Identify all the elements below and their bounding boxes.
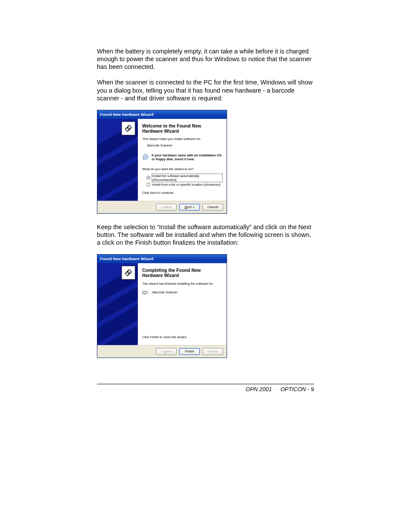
- back-button-2: < Back: [156, 348, 177, 355]
- finish-button[interactable]: Finish: [179, 348, 200, 355]
- page-footer: OPN 2001 OPTICON - 9: [97, 386, 314, 392]
- footer-brand-text: OPTICON: [280, 386, 306, 392]
- footer-rule: [97, 384, 314, 384]
- wizard-continue-text: Click Next to continue.: [142, 191, 222, 195]
- wizard2-closing: Click Finish to close the wizard.: [142, 335, 222, 339]
- wizard2-device-name: Barcode Scanner: [153, 290, 177, 294]
- radio-install-list[interactable]: Install from a list or specific location…: [146, 183, 222, 187]
- wizard2-body: Completing the Found New Hardware Wizard…: [97, 263, 227, 345]
- wizard-heading: Welcome to the Found New Hardware Wizard: [142, 123, 222, 134]
- next-button-rest: ext >: [187, 205, 195, 209]
- back-button: < Back: [156, 204, 177, 211]
- wizard-button-bar: < Back Next > Cancel: [97, 201, 227, 213]
- wizard-options: Install the software automatically (Reco…: [146, 174, 222, 187]
- next-button[interactable]: Next >: [179, 204, 200, 211]
- radio-selected-icon: [146, 176, 150, 180]
- wizard-complete-dialog: Found New Hardware Wizard Completing the…: [97, 254, 227, 358]
- wizard-titlebar: Found New Hardware Wizard: [97, 110, 227, 119]
- wizard-device-name: Barcode Scanner: [147, 143, 222, 147]
- radio-unselected-icon: [146, 183, 150, 187]
- wizard-sidebar-graphic: [97, 119, 138, 201]
- paragraph-keep-selection: Keep the selection to “Install the softw…: [97, 223, 314, 246]
- wizard2-heading: Completing the Found New Hardware Wizard: [142, 268, 222, 278]
- cancel-button-2: Cancel: [202, 348, 223, 355]
- cancel-button[interactable]: Cancel: [202, 204, 223, 211]
- radio-label-auto: Install the software automatically (Reco…: [152, 174, 222, 182]
- wizard-hint: If your hardware came with an installati…: [142, 153, 222, 161]
- wizard2-content: Completing the Found New Hardware Wizard…: [138, 263, 227, 345]
- wizard2-button-bar: < Back Finish Cancel: [97, 345, 227, 358]
- radio-install-auto[interactable]: Install the software automatically (Reco…: [146, 174, 222, 182]
- paragraph-battery: When the battery is completely empty, it…: [97, 47, 314, 71]
- barcode-scanner-icon: [121, 266, 135, 280]
- radio-label-list: Install from a list or specific location…: [152, 183, 220, 187]
- wizard-intro-text: This wizard helps you install software f…: [142, 137, 222, 141]
- document-page: When the battery is completely empty, it…: [0, 0, 411, 532]
- wizard2-device: Barcode Scanner: [142, 290, 222, 295]
- cd-icon: [142, 153, 149, 160]
- wizard2-intro-text: The wizard has finished installing the s…: [142, 282, 222, 286]
- footer-page-number: 9: [311, 386, 314, 392]
- wizard-content: Welcome to the Found New Hardware Wizard…: [138, 119, 227, 201]
- wizard2-titlebar: Found New Hardware Wizard: [97, 255, 227, 263]
- wizard-welcome-dialog: Found New Hardware Wizard Welcome to the…: [97, 110, 227, 214]
- svg-point-1: [145, 156, 146, 158]
- wizard-question: What do you want the wizard to do?: [142, 167, 222, 171]
- footer-model: OPN 2001: [246, 386, 272, 392]
- footer-brand: OPTICON - 9: [280, 386, 314, 392]
- wizard-body: Welcome to the Found New Hardware Wizard…: [97, 119, 227, 201]
- back2-prefix: <: [161, 349, 164, 353]
- back2-rest: ack: [166, 349, 171, 353]
- wizard-hint-text: If your hardware came with an installati…: [152, 153, 222, 161]
- paragraph-first-connect: When the scanner is connected to the PC …: [97, 78, 314, 102]
- wizard2-sidebar-graphic: [97, 263, 138, 345]
- handheld-scanner-icon: [142, 290, 149, 295]
- barcode-scanner-icon: [121, 121, 135, 135]
